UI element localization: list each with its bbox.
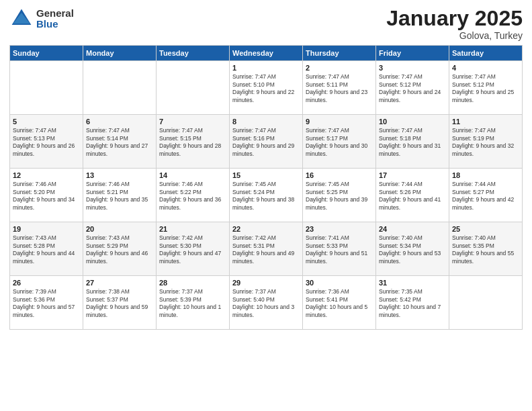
calendar-cell: 1Sunrise: 7:47 AM Sunset: 5:10 PM Daylig…: [230, 61, 303, 115]
calendar-week-row: 26Sunrise: 7:39 AM Sunset: 5:36 PM Dayli…: [10, 276, 523, 330]
calendar-cell: [449, 276, 523, 330]
logo-text: General Blue: [36, 8, 74, 30]
cell-details: Sunrise: 7:37 AM Sunset: 5:40 PM Dayligh…: [232, 288, 300, 319]
calendar-cell: [157, 61, 230, 115]
day-number: 15: [232, 171, 300, 179]
cell-details: Sunrise: 7:47 AM Sunset: 5:12 PM Dayligh…: [379, 73, 446, 104]
cell-details: Sunrise: 7:46 AM Sunset: 5:21 PM Dayligh…: [86, 181, 153, 212]
day-number: 19: [13, 225, 80, 233]
svg-marker-1: [13, 13, 30, 24]
day-number: 29: [232, 279, 300, 287]
day-number: 20: [86, 225, 153, 233]
cell-details: Sunrise: 7:46 AM Sunset: 5:20 PM Dayligh…: [13, 181, 80, 212]
logo-general: General: [36, 8, 74, 19]
calendar-cell: 7Sunrise: 7:47 AM Sunset: 5:15 PM Daylig…: [157, 115, 230, 169]
day-number: 11: [452, 118, 519, 126]
cell-details: Sunrise: 7:40 AM Sunset: 5:35 PM Dayligh…: [452, 234, 519, 265]
calendar-week-row: 19Sunrise: 7:43 AM Sunset: 5:28 PM Dayli…: [10, 222, 523, 276]
calendar-cell: 20Sunrise: 7:43 AM Sunset: 5:29 PM Dayli…: [83, 222, 157, 276]
calendar-cell: 29Sunrise: 7:37 AM Sunset: 5:40 PM Dayli…: [230, 276, 303, 330]
day-number: 6: [86, 118, 153, 126]
logo-icon: [9, 7, 34, 31]
calendar-cell: 4Sunrise: 7:47 AM Sunset: 5:12 PM Daylig…: [449, 61, 523, 115]
calendar-day-header: Monday: [83, 46, 157, 61]
day-number: 30: [306, 279, 373, 287]
calendar-week-row: 5Sunrise: 7:47 AM Sunset: 5:13 PM Daylig…: [10, 115, 523, 169]
month-title: January 2025: [386, 7, 523, 30]
calendar-cell: 19Sunrise: 7:43 AM Sunset: 5:28 PM Dayli…: [10, 222, 83, 276]
calendar-cell: 24Sunrise: 7:40 AM Sunset: 5:34 PM Dayli…: [376, 222, 449, 276]
day-number: 22: [232, 225, 300, 233]
day-number: 17: [379, 171, 446, 179]
day-number: 12: [13, 171, 80, 179]
day-number: 1: [232, 64, 300, 72]
cell-details: Sunrise: 7:47 AM Sunset: 5:17 PM Dayligh…: [306, 127, 373, 158]
logo-blue: Blue: [36, 19, 74, 30]
cell-details: Sunrise: 7:40 AM Sunset: 5:34 PM Dayligh…: [379, 234, 446, 265]
cell-details: Sunrise: 7:47 AM Sunset: 5:18 PM Dayligh…: [379, 127, 446, 158]
cell-details: Sunrise: 7:45 AM Sunset: 5:25 PM Dayligh…: [306, 181, 373, 212]
calendar-day-header: Saturday: [449, 46, 523, 61]
day-number: 14: [159, 171, 226, 179]
cell-details: Sunrise: 7:43 AM Sunset: 5:28 PM Dayligh…: [13, 234, 80, 265]
cell-details: Sunrise: 7:42 AM Sunset: 5:30 PM Dayligh…: [159, 234, 226, 265]
day-number: 7: [159, 118, 226, 126]
cell-details: Sunrise: 7:46 AM Sunset: 5:22 PM Dayligh…: [159, 181, 226, 212]
calendar-cell: 10Sunrise: 7:47 AM Sunset: 5:18 PM Dayli…: [376, 115, 449, 169]
day-number: 10: [379, 118, 446, 126]
calendar-week-row: 12Sunrise: 7:46 AM Sunset: 5:20 PM Dayli…: [10, 169, 523, 222]
cell-details: Sunrise: 7:35 AM Sunset: 5:42 PM Dayligh…: [379, 288, 446, 319]
day-number: 18: [452, 171, 519, 179]
day-number: 9: [306, 118, 373, 126]
cell-details: Sunrise: 7:41 AM Sunset: 5:33 PM Dayligh…: [306, 234, 373, 265]
cell-details: Sunrise: 7:47 AM Sunset: 5:10 PM Dayligh…: [232, 73, 300, 104]
day-number: 8: [232, 118, 300, 126]
calendar-week-row: 1Sunrise: 7:47 AM Sunset: 5:10 PM Daylig…: [10, 61, 523, 115]
calendar-day-header: Friday: [376, 46, 449, 61]
day-number: 3: [379, 64, 446, 72]
calendar-cell: 25Sunrise: 7:40 AM Sunset: 5:35 PM Dayli…: [449, 222, 523, 276]
calendar-day-header: Sunday: [10, 46, 83, 61]
day-number: 25: [452, 225, 519, 233]
calendar-cell: 18Sunrise: 7:44 AM Sunset: 5:27 PM Dayli…: [449, 169, 523, 222]
cell-details: Sunrise: 7:45 AM Sunset: 5:24 PM Dayligh…: [232, 181, 300, 212]
cell-details: Sunrise: 7:47 AM Sunset: 5:11 PM Dayligh…: [306, 73, 373, 104]
cell-details: Sunrise: 7:44 AM Sunset: 5:27 PM Dayligh…: [452, 181, 519, 212]
cell-details: Sunrise: 7:44 AM Sunset: 5:26 PM Dayligh…: [379, 181, 446, 212]
calendar-cell: 26Sunrise: 7:39 AM Sunset: 5:36 PM Dayli…: [10, 276, 83, 330]
day-number: 26: [13, 279, 80, 287]
calendar-cell: 8Sunrise: 7:47 AM Sunset: 5:16 PM Daylig…: [230, 115, 303, 169]
cell-details: Sunrise: 7:47 AM Sunset: 5:15 PM Dayligh…: [159, 127, 226, 158]
calendar-cell: 28Sunrise: 7:37 AM Sunset: 5:39 PM Dayli…: [157, 276, 230, 330]
day-number: 24: [379, 225, 446, 233]
calendar-cell: 14Sunrise: 7:46 AM Sunset: 5:22 PM Dayli…: [157, 169, 230, 222]
cell-details: Sunrise: 7:47 AM Sunset: 5:14 PM Dayligh…: [86, 127, 153, 158]
calendar-day-header: Wednesday: [230, 46, 303, 61]
day-number: 27: [86, 279, 153, 287]
cell-details: Sunrise: 7:43 AM Sunset: 5:29 PM Dayligh…: [86, 234, 153, 265]
page-container: General Blue January 2025 Golova, Turkey…: [0, 0, 532, 411]
day-number: 16: [306, 171, 373, 179]
day-number: 31: [379, 279, 446, 287]
calendar-cell: 15Sunrise: 7:45 AM Sunset: 5:24 PM Dayli…: [230, 169, 303, 222]
calendar-cell: 22Sunrise: 7:42 AM Sunset: 5:31 PM Dayli…: [230, 222, 303, 276]
calendar-cell: 31Sunrise: 7:35 AM Sunset: 5:42 PM Dayli…: [376, 276, 449, 330]
calendar-cell: 9Sunrise: 7:47 AM Sunset: 5:17 PM Daylig…: [303, 115, 376, 169]
calendar-cell: 16Sunrise: 7:45 AM Sunset: 5:25 PM Dayli…: [303, 169, 376, 222]
cell-details: Sunrise: 7:37 AM Sunset: 5:39 PM Dayligh…: [159, 288, 226, 319]
calendar-cell: 3Sunrise: 7:47 AM Sunset: 5:12 PM Daylig…: [376, 61, 449, 115]
subtitle: Golova, Turkey: [386, 30, 523, 41]
calendar-cell: 30Sunrise: 7:36 AM Sunset: 5:41 PM Dayli…: [303, 276, 376, 330]
day-number: 13: [86, 171, 153, 179]
cell-details: Sunrise: 7:39 AM Sunset: 5:36 PM Dayligh…: [13, 288, 80, 319]
calendar-cell: 13Sunrise: 7:46 AM Sunset: 5:21 PM Dayli…: [83, 169, 157, 222]
cell-details: Sunrise: 7:42 AM Sunset: 5:31 PM Dayligh…: [232, 234, 300, 265]
calendar-cell: 2Sunrise: 7:47 AM Sunset: 5:11 PM Daylig…: [303, 61, 376, 115]
calendar-cell: 5Sunrise: 7:47 AM Sunset: 5:13 PM Daylig…: [10, 115, 83, 169]
title-block: January 2025 Golova, Turkey: [386, 7, 523, 41]
day-number: 21: [159, 225, 226, 233]
calendar-cell: [83, 61, 157, 115]
calendar-day-header: Tuesday: [157, 46, 230, 61]
calendar-header-row: SundayMondayTuesdayWednesdayThursdayFrid…: [10, 46, 523, 61]
day-number: 2: [306, 64, 373, 72]
